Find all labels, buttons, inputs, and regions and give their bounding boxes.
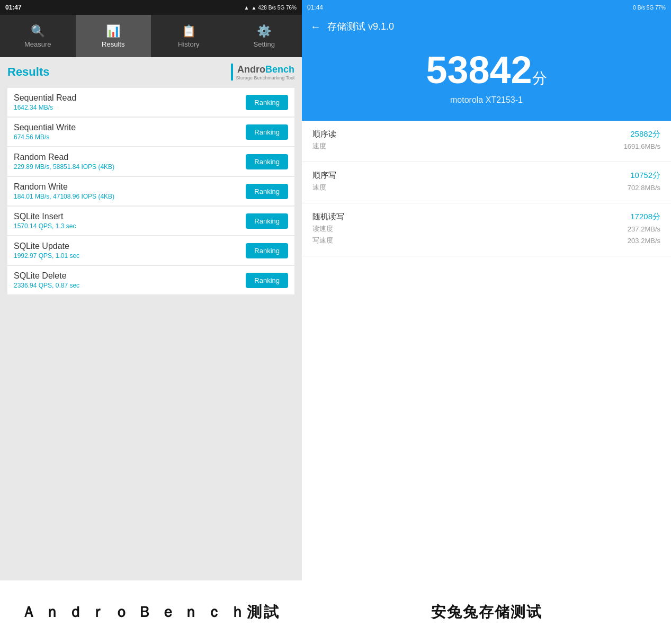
benchmark-value-2: 229.89 MB/s, 58851.84 IOPS (4KB) [14,163,114,171]
results-title: Results [7,65,49,79]
benchmark-value-1: 674.56 MB/s [14,133,76,141]
benchmark-random-read: Random Read 229.89 MB/s, 58851.84 IOPS (… [7,147,294,176]
metric-value-0: 25882分 [630,129,660,139]
logo-text: AndroBench Storage Benchmarking Tool [236,64,294,80]
status-icons-left: ▲ ▲ 428 B/s 5G 76% [244,5,297,11]
metric-label-1: 顺序写 [312,171,336,181]
metric-row-1: 顺序写 10752分 [312,171,660,181]
benchmark-info-4: SQLite Insert 1570.14 QPS, 1.3 sec [14,212,76,230]
logo-andro: Andro [237,64,265,75]
metric-sub-row-2b: 写速度 203.2MB/s [312,236,660,245]
benchmark-name-1: Sequential Write [14,123,76,132]
benchmark-sqlite-insert: SQLite Insert 1570.14 QPS, 1.3 sec Ranki… [7,207,294,235]
back-button[interactable]: ← [310,21,321,33]
benchmark-name-2: Random Read [14,153,114,162]
status-bar-right: 01:44 0 B/s 5G 77% [302,0,671,15]
ranking-btn-5[interactable]: Ranking [246,243,288,258]
ranking-btn-2[interactable]: Ranking [246,154,288,169]
metric-sub-label-2b: 写速度 [312,236,333,245]
phone-left: 01:47 ▲ ▲ 428 B/s 5G 76% 🔍 Measure 📊 Res… [0,0,302,580]
metric-sub-label-1: 速度 [312,183,326,192]
ranking-btn-3[interactable]: Ranking [246,184,288,199]
battery-left: ▲ 428 B/s 5G 76% [252,5,297,11]
metric-random-rw: 随机读写 17208分 读速度 237.2MB/s 写速度 203.2MB/s [302,203,671,256]
benchmark-sqlite-delete: SQLite Delete 2336.94 QPS, 0.87 sec Rank… [7,266,294,294]
tab-measure[interactable]: 🔍 Measure [0,15,76,57]
benchmark-value-4: 1570.14 QPS, 1.3 sec [14,222,76,230]
bottom-labels: Ａ ｎ ｄ ｒ ｏ Ｂ ｅ ｎ ｃ ｈ測試 安兔兔存储测试 [0,580,671,644]
score-section: 53842分 motorola XT2153-1 [302,40,671,121]
history-icon: 📋 [182,24,196,38]
ranking-btn-0[interactable]: Ranking [246,95,288,110]
results-header: Results AndroBench Storage Benchmarking … [7,64,294,80]
time-left: 01:47 [5,4,22,11]
results-icon: 📊 [106,24,120,38]
score-display: 53842分 [426,51,547,89]
benchmark-value-0: 1642.34 MB/s [14,104,76,111]
benchmark-value-6: 2336.94 QPS, 0.87 sec [14,282,79,289]
benchmark-info-6: SQLite Delete 2336.94 QPS, 0.87 sec [14,271,79,289]
metric-sequential-write: 顺序写 10752分 速度 702.8MB/s [302,162,671,203]
tab-setting[interactable]: ⚙️ Setting [227,15,302,57]
benchmark-sequential-write: Sequential Write 674.56 MB/s Ranking [7,118,294,146]
metric-row-2: 随机读写 17208分 [312,212,660,222]
battery-right: 0 B/s 5G 77% [633,5,666,11]
score-number: 53842 [426,49,532,91]
status-icons-right: 0 B/s 5G 77% [633,5,666,11]
score-unit: 分 [532,70,547,86]
benchmark-info-1: Sequential Write 674.56 MB/s [14,123,76,141]
benchmark-value-3: 184.01 MB/s, 47108.96 IOPS (4KB) [14,193,114,200]
tab-history-label: History [178,40,199,48]
benchmark-sequential-read: Sequential Read 1642.34 MB/s Ranking [7,88,294,117]
setting-icon: ⚙️ [257,24,271,38]
metric-sub-value-0: 1691.6MB/s [624,142,660,150]
metric-sub-value-1: 702.8MB/s [628,184,660,192]
signal-icon-left: ▲ [244,5,249,11]
time-right: 01:44 [307,4,323,11]
nav-tabs: 🔍 Measure 📊 Results 📋 History ⚙️ Setting [0,15,302,57]
results-section: Results AndroBench Storage Benchmarking … [0,57,302,580]
benchmark-name-6: SQLite Delete [14,271,79,281]
metric-sub-row-2a: 读速度 237.2MB/s [312,224,660,234]
metrics-section: 顺序读 25882分 速度 1691.6MB/s 顺序写 10752分 速度 7… [302,121,671,580]
tab-results[interactable]: 📊 Results [76,15,151,57]
bottom-label-antutu: 安兔兔存储测试 [302,580,671,644]
metric-sub-row-0: 速度 1691.6MB/s [312,141,660,151]
ranking-btn-6[interactable]: Ranking [246,273,288,288]
antutu-header: ← 存储测试 v9.1.0 [302,15,671,40]
benchmark-info-0: Sequential Read 1642.34 MB/s [14,93,76,111]
antutu-title: 存储测试 v9.1.0 [327,20,394,33]
status-bar-left: 01:47 ▲ ▲ 428 B/s 5G 76% [0,0,302,15]
logo-main: AndroBench [237,64,294,75]
metric-sequential-read: 顺序读 25882分 速度 1691.6MB/s [302,121,671,162]
benchmark-sqlite-update: SQLite Update 1992.97 QPS, 1.01 sec Rank… [7,236,294,265]
benchmark-name-3: Random Write [14,182,114,192]
tab-measure-label: Measure [24,40,51,48]
metric-sub-label-2a: 读速度 [312,224,333,234]
logo-sub: Storage Benchmarking Tool [236,75,294,80]
tab-setting-label: Setting [254,40,275,48]
tab-results-label: Results [102,40,124,48]
ranking-btn-1[interactable]: Ranking [246,124,288,140]
bottom-label-androbench: Ａ ｎ ｄ ｒ ｏ Ｂ ｅ ｎ ｃ ｈ測試 [0,580,302,644]
bottom-label-left-text: Ａ ｎ ｄ ｒ ｏ Ｂ ｅ ｎ ｃ ｈ測試 [21,602,281,622]
ranking-btn-4[interactable]: Ranking [246,213,288,229]
benchmark-name-0: Sequential Read [14,93,76,103]
metric-value-2: 17208分 [630,212,660,222]
metric-sub-value-2a: 237.2MB/s [628,225,660,233]
metric-sub-row-1: 速度 702.8MB/s [312,183,660,192]
logo-bench: Bench [265,64,294,75]
metric-value-1: 10752分 [630,171,660,181]
benchmark-info-2: Random Read 229.89 MB/s, 58851.84 IOPS (… [14,153,114,171]
measure-icon: 🔍 [31,24,45,38]
androbench-logo: AndroBench Storage Benchmarking Tool [231,64,294,80]
bottom-label-right-text: 安兔兔存储测试 [431,602,542,622]
metric-sub-value-2b: 203.2MB/s [628,237,660,245]
logo-bar [231,64,233,80]
metric-sub-label-0: 速度 [312,141,326,151]
metric-label-0: 顺序读 [312,129,336,139]
benchmark-name-5: SQLite Update [14,241,79,251]
tab-history[interactable]: 📋 History [151,15,227,57]
benchmark-info-3: Random Write 184.01 MB/s, 47108.96 IOPS … [14,182,114,200]
phone-right: 01:44 0 B/s 5G 77% ← 存储测试 v9.1.0 53842分 … [302,0,671,580]
